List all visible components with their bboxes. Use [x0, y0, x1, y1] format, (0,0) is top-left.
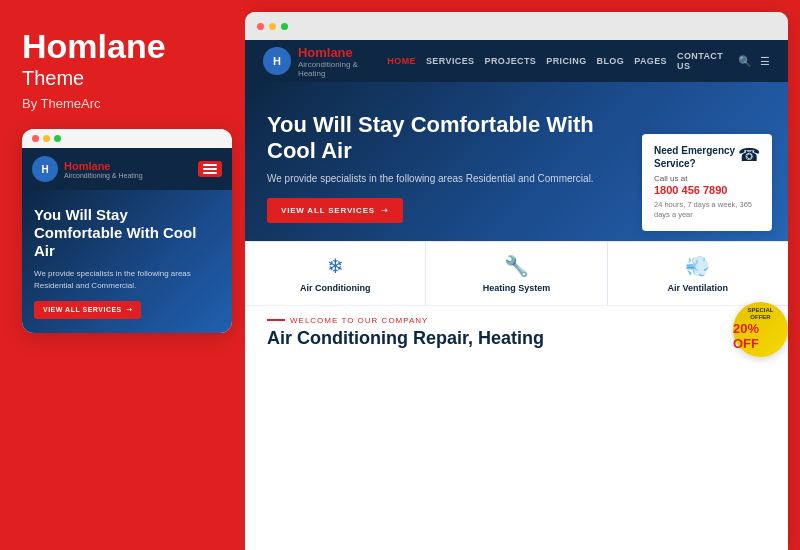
desktop-hero-button[interactable]: VIEW ALL SERVICES ➝	[267, 198, 403, 223]
special-offer-discount: 20% Off	[733, 321, 788, 352]
brand-subtitle: Theme	[22, 67, 223, 90]
service-vent-label: Air Ventilation	[668, 283, 729, 293]
welcome-tag: WELCOME TO OUR COMPANY	[267, 316, 766, 325]
desktop-nav-links: HOME SERVICES PROJECTS PRICING BLOG PAGE…	[387, 51, 738, 71]
emergency-phone: 1800 456 7890	[654, 184, 760, 196]
brand-by: By ThemeArc	[22, 96, 223, 111]
vent-icon	[685, 254, 710, 278]
desktop-content: H Homlane Airconditioning & Heating HOME…	[245, 40, 788, 550]
service-air-ventilation[interactable]: Air Ventilation	[608, 242, 788, 305]
desktop-logo-text: Homlane Airconditioning & Heating	[298, 45, 387, 78]
bottom-section: WELCOME TO OUR COMPANY Air Conditioning …	[245, 305, 788, 357]
emergency-hours: 24 hours, 7 days a week, 365 days a year	[654, 200, 760, 221]
desktop-logo-icon: H	[263, 47, 291, 75]
brand-title: Homlane	[22, 28, 223, 65]
nav-link-pricing[interactable]: PRICING	[546, 56, 586, 66]
search-icon[interactable]: 🔍	[738, 55, 752, 68]
special-offer-text: SPECIALOFFER	[747, 307, 773, 321]
desktop-nav: H Homlane Airconditioning & Heating HOME…	[245, 40, 788, 82]
service-heating-system[interactable]: Heating System	[426, 242, 607, 305]
desktop-hero-title: You Will Stay Comfortable With Cool Air	[267, 112, 597, 165]
nav-link-home[interactable]: HOME	[387, 56, 416, 66]
mobile-hero-desc: We provide specialists in the following …	[34, 268, 220, 290]
mobile-hero-button[interactable]: VIEW ALL SERVICES ➝	[34, 301, 141, 319]
service-heat-label: Heating System	[483, 283, 551, 293]
nav-link-blog[interactable]: BLOG	[597, 56, 625, 66]
menu-icon[interactable]: ☰	[760, 55, 770, 68]
desktop-top-bar	[245, 12, 788, 40]
heat-icon	[504, 254, 529, 278]
emergency-card: Need Emergency Service? ☎ Call us at 180…	[642, 134, 772, 231]
nav-icons: 🔍 ☰	[738, 55, 770, 68]
desktop-logo-name: Homlane	[298, 45, 387, 60]
desktop-logo-sub: Airconditioning & Heating	[298, 60, 387, 78]
hamburger-button[interactable]	[198, 161, 222, 177]
mobile-logo-sub: Airconditioning & Heating	[64, 172, 143, 179]
nav-link-contact[interactable]: CONTACT US	[677, 51, 738, 71]
desktop-hero-desc: We provide specialists in the following …	[267, 173, 607, 184]
left-panel: Homlane Theme By ThemeArc H Homlane Airc…	[0, 0, 245, 550]
nav-link-projects[interactable]: PROJECTS	[485, 56, 537, 66]
emergency-call-label: Call us at	[654, 174, 760, 183]
mobile-logo-name: Homlane	[64, 160, 143, 172]
bottom-title: Air Conditioning Repair, Heating	[267, 328, 766, 349]
desktop-dot-yellow	[269, 23, 276, 30]
mobile-hero: You Will Stay Comfortable With Cool Air …	[22, 190, 232, 332]
mobile-hero-title: You Will Stay Comfortable With Cool Air	[34, 206, 220, 260]
dot-red	[32, 135, 39, 142]
mobile-mockup: H Homlane Airconditioning & Heating You …	[22, 129, 232, 332]
mobile-logo-icon: H	[32, 156, 58, 182]
dot-green	[54, 135, 61, 142]
mobile-top-bar	[22, 129, 232, 148]
ac-icon	[327, 254, 344, 278]
mobile-logo: H Homlane Airconditioning & Heating	[32, 156, 143, 182]
nav-link-pages[interactable]: PAGES	[634, 56, 667, 66]
desktop-dot-green	[281, 23, 288, 30]
special-offer-badge: SPECIALOFFER 20% Off	[733, 302, 788, 357]
phone-curved-icon: ☎	[738, 144, 760, 166]
nav-link-services[interactable]: SERVICES	[426, 56, 475, 66]
mobile-nav: H Homlane Airconditioning & Heating	[22, 148, 232, 190]
desktop-logo: H Homlane Airconditioning & Heating	[263, 45, 387, 78]
desktop-dot-red	[257, 23, 264, 30]
service-ac-label: Air Conditioning	[300, 283, 370, 293]
arrow-icon: ➝	[381, 206, 389, 215]
service-air-conditioning[interactable]: Air Conditioning	[245, 242, 426, 305]
desktop-hero: You Will Stay Comfortable With Cool Air …	[245, 82, 788, 241]
mobile-logo-text: Homlane Airconditioning & Heating	[64, 160, 143, 179]
dot-yellow	[43, 135, 50, 142]
right-panel: H Homlane Airconditioning & Heating HOME…	[245, 12, 788, 550]
services-strip: Air Conditioning Heating System Air Vent…	[245, 241, 788, 305]
